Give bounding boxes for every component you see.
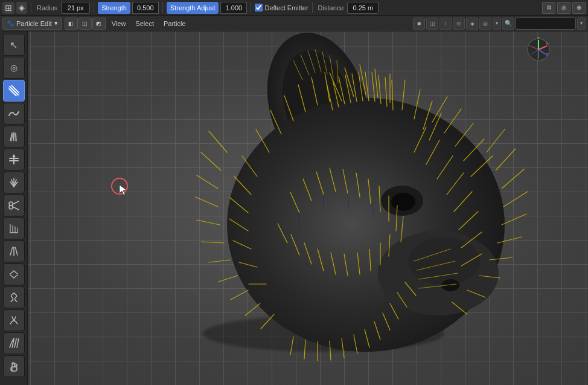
comb2-icon <box>7 337 21 350</box>
tool-pinch[interactable] <box>3 309 25 331</box>
strength-value[interactable]: 0.500 <box>132 2 159 14</box>
overlay-mode-btn[interactable]: ◎ <box>479 18 491 30</box>
overlay-btn[interactable]: ◎ <box>557 2 570 14</box>
straighten-icon <box>7 245 21 258</box>
cut-icon <box>7 199 21 212</box>
tool-cut[interactable] <box>3 195 25 216</box>
tool-weight[interactable] <box>3 218 25 239</box>
tool-select[interactable]: ↖ <box>3 34 25 56</box>
search-icon-btn[interactable]: 🔍 <box>502 18 514 30</box>
divider-5 <box>312 2 313 13</box>
tool-grab[interactable] <box>3 355 25 377</box>
overlay-dropdown[interactable]: ▾ <box>493 18 501 30</box>
distance-label: Distance <box>316 4 346 11</box>
svg-line-21 <box>13 201 19 204</box>
view-btn[interactable]: ◈ <box>466 18 478 30</box>
pinch-icon <box>7 314 21 327</box>
puff-icon <box>7 176 21 189</box>
weight-icon <box>7 222 21 235</box>
deflect-emitter-label[interactable]: Deflect Emitter <box>255 4 308 11</box>
mode-dropdown-icon: 🐾 <box>7 20 14 27</box>
strength-adjust-value[interactable]: 1.000 <box>220 2 247 14</box>
distance-section: Distance <box>316 2 379 14</box>
strength-label: Strength <box>98 2 130 14</box>
tool-straighten[interactable] <box>3 241 25 262</box>
twist-icon <box>7 291 21 304</box>
rendered-btn[interactable]: ↕ <box>439 18 452 30</box>
render-mode-btn[interactable]: ■ <box>413 18 425 30</box>
svg-point-19 <box>9 202 13 205</box>
mode-bar: 🐾 Particle Edit ▾ ◧ ◫ ◩ View Select Part… <box>0 16 588 31</box>
editor-dropdown[interactable]: ▾ <box>577 18 586 30</box>
strength-adjust-section: Strength Adjust 1.000 <box>167 2 248 14</box>
mode-dropdown-label: Particle Edit <box>16 20 52 27</box>
radius-input[interactable] <box>61 2 90 14</box>
header-icon-group: ◧ ◫ ◩ <box>65 18 106 30</box>
svg-text:Z: Z <box>546 53 548 56</box>
radius-label: Radius <box>35 4 59 11</box>
mode-bar-right: ■ ◫ ↕ ⊙ ◈ ◎ ▾ 🔍 ▾ <box>413 18 586 30</box>
svg-text:Y: Y <box>537 36 540 40</box>
comb-icon <box>7 84 21 97</box>
distance-input[interactable] <box>347 2 379 14</box>
length-icon <box>7 153 21 166</box>
workspace-btn[interactable]: ⊞ <box>2 2 14 14</box>
tool-add[interactable] <box>3 126 25 147</box>
material-btn[interactable]: ◫ <box>426 18 438 30</box>
view-settings-btn[interactable]: ⚙ <box>542 2 555 14</box>
radius-section: Radius <box>35 2 90 14</box>
camera-btn[interactable]: ⊙ <box>453 18 465 30</box>
tool-puff[interactable] <box>3 172 25 193</box>
tool-twist[interactable] <box>3 286 25 308</box>
view-menu-btn[interactable]: View <box>108 18 130 30</box>
svg-line-6 <box>13 132 14 141</box>
blender-icon-btn[interactable]: ◈ <box>16 2 27 14</box>
icon-btn-3[interactable]: ◩ <box>92 18 106 30</box>
gizmo-btn[interactable]: ⊕ <box>572 2 586 14</box>
top-bar-right: ⚙ ◎ ⊕ <box>542 2 586 14</box>
divider-4 <box>251 2 251 13</box>
tool-select-circle[interactable]: ◎ <box>3 57 25 79</box>
deflect-emitter-checkbox[interactable] <box>255 4 263 11</box>
svg-point-20 <box>9 205 13 209</box>
tool-length[interactable] <box>3 149 25 170</box>
particle-menu-btn[interactable]: Particle <box>160 18 190 30</box>
svg-line-22 <box>13 207 19 210</box>
svg-line-7 <box>16 134 16 141</box>
add-hair-icon <box>7 130 21 143</box>
strength-adjust-label: Strength Adjust <box>167 2 219 14</box>
icon-btn-1[interactable]: ◧ <box>65 18 78 30</box>
mode-dropdown[interactable]: 🐾 Particle Edit ▾ <box>2 18 62 30</box>
svg-marker-13 <box>12 154 16 157</box>
left-toolbar: ↖ ◎ <box>0 31 28 385</box>
top-bar: ⊞ ◈ Radius Strength 0.500 Strength Adjus… <box>0 0 588 16</box>
search-input[interactable] <box>516 18 576 30</box>
mode-dropdown-arrow: ▾ <box>54 19 58 27</box>
strength-section: Strength 0.500 <box>98 2 159 14</box>
viewport-grid <box>28 31 588 385</box>
smooth-icon <box>7 107 21 120</box>
grab-icon <box>7 360 21 373</box>
push-pull-icon <box>7 268 21 281</box>
axis-orientation-widget[interactable]: X Y Z <box>525 36 552 63</box>
tool-comb[interactable] <box>3 80 25 102</box>
icon-btn-2[interactable]: ◫ <box>78 18 92 30</box>
select-menu-btn[interactable]: Select <box>132 18 158 30</box>
tool-smooth[interactable] <box>3 103 25 125</box>
svg-text:X: X <box>546 42 548 45</box>
deflect-emitter-section: Deflect Emitter <box>255 4 308 11</box>
divider-2 <box>94 2 94 13</box>
tool-comb2[interactable] <box>3 332 25 354</box>
divider-3 <box>162 2 163 13</box>
main-viewport[interactable]: X Y Z <box>28 31 588 385</box>
tool-push-pull[interactable] <box>3 264 25 285</box>
divider-1 <box>31 2 31 13</box>
